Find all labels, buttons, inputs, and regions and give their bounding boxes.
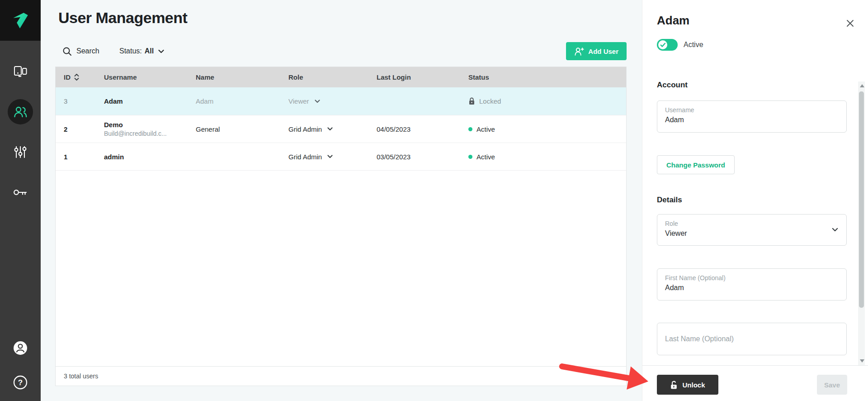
- chevron-down-icon: [832, 228, 838, 232]
- incredibuild-logo-icon: [10, 10, 31, 31]
- unlock-button[interactable]: Unlock: [657, 375, 718, 395]
- role-dropdown[interactable]: Grid Admin: [288, 153, 377, 161]
- scrollbar-thumb[interactable]: [859, 91, 864, 308]
- column-header-username[interactable]: Username: [104, 73, 196, 81]
- active-toggle-label: Active: [684, 41, 703, 49]
- last-name-field-placeholder: Last Name (Optional): [665, 335, 734, 343]
- username-field-value: Adam: [665, 116, 839, 124]
- cell-id: 2: [56, 125, 104, 133]
- column-header-name[interactable]: Name: [196, 73, 288, 81]
- account-avatar-icon: [13, 340, 28, 356]
- status-cell: Active: [468, 125, 626, 133]
- chevron-down-icon: [327, 127, 333, 131]
- role-value: Viewer: [288, 97, 309, 105]
- app-logo[interactable]: [0, 0, 41, 41]
- status-filter-value: All: [145, 47, 154, 55]
- license-key-icon: [13, 186, 28, 198]
- sidebar-item-license[interactable]: [0, 186, 41, 198]
- settings-sliders-icon: [13, 145, 28, 159]
- first-name-field-label: First Name (Optional): [665, 274, 839, 282]
- sidebar-item-users[interactable]: [0, 99, 41, 124]
- active-toggle[interactable]: [657, 39, 678, 51]
- panel-scrollbar[interactable]: [858, 81, 865, 365]
- sidebar-item-agents[interactable]: [0, 64, 41, 79]
- scrollbar-up-arrow-icon[interactable]: [860, 84, 864, 87]
- scrollbar-down-arrow-icon[interactable]: [860, 359, 864, 363]
- status-cell: Active: [468, 153, 626, 161]
- unlock-button-label: Unlock: [682, 381, 705, 389]
- help-icon: ?: [13, 375, 28, 390]
- sidebar-item-settings[interactable]: [0, 145, 41, 159]
- first-name-field[interactable]: First Name (Optional) Adam: [657, 268, 847, 301]
- column-header-last-login[interactable]: Last Login: [377, 73, 468, 81]
- role-value: Grid Admin: [288, 125, 322, 133]
- search-label: Search: [76, 47, 99, 55]
- add-user-label: Add User: [588, 48, 618, 55]
- users-table: ID Username Name Role Last Login Status …: [55, 67, 627, 386]
- account-section-heading: Account: [657, 81, 688, 90]
- cell-name: General: [196, 125, 288, 133]
- first-name-field-value: Adam: [665, 284, 839, 292]
- chevron-down-icon: [158, 49, 164, 53]
- status-filter[interactable]: Status: All: [119, 42, 164, 60]
- status-cell: Locked: [468, 97, 626, 105]
- details-section-heading: Details: [657, 196, 682, 205]
- active-toggle-row: Active: [657, 39, 703, 51]
- add-user-icon: [574, 47, 584, 56]
- username-field-label: Username: [665, 106, 839, 114]
- help-glyph: ?: [18, 378, 23, 387]
- search-icon: [62, 47, 72, 56]
- panel-title: Adam: [657, 14, 689, 28]
- active-status-dot: [468, 155, 472, 159]
- role-select-field[interactable]: Role Viewer: [657, 214, 847, 246]
- table-row[interactable]: 3 Adam Adam Viewer Locked: [56, 87, 626, 115]
- table-header-row: ID Username Name Role Last Login Status: [56, 67, 626, 87]
- save-button[interactable]: Save: [817, 375, 847, 395]
- role-field-value: Viewer: [665, 229, 839, 238]
- build-agents-icon: [13, 64, 28, 79]
- column-header-status[interactable]: Status: [468, 73, 626, 81]
- table-row[interactable]: 2 Demo Build@incredibuild.c... General G…: [56, 115, 626, 143]
- cell-last-login: 04/05/2023: [377, 125, 468, 133]
- username-field[interactable]: Username Adam: [657, 100, 847, 133]
- sidebar-item-account[interactable]: [0, 340, 41, 356]
- sidebar: ?: [0, 0, 41, 401]
- role-dropdown[interactable]: Viewer: [288, 97, 377, 105]
- page-title: User Management: [58, 9, 187, 27]
- panel-footer-divider: [642, 365, 868, 366]
- cell-username: Adam: [104, 97, 123, 105]
- status-filter-label: Status:: [119, 47, 142, 55]
- chevron-down-icon: [315, 100, 320, 103]
- active-item-highlight: [8, 99, 33, 124]
- role-value: Grid Admin: [288, 153, 322, 161]
- users-icon: [13, 105, 28, 119]
- column-header-id-label: ID: [64, 73, 71, 81]
- total-users-count: 3 total users: [64, 372, 98, 380]
- sort-icon[interactable]: [74, 73, 79, 81]
- sidebar-item-help[interactable]: ?: [0, 375, 41, 390]
- cell-id: 1: [56, 153, 104, 161]
- chevron-down-icon: [327, 155, 333, 158]
- add-user-button[interactable]: Add User: [566, 42, 627, 60]
- check-icon: [660, 43, 666, 48]
- cell-id: 3: [56, 97, 104, 105]
- table-row[interactable]: 1 admin Grid Admin 03/05/2023 Active: [56, 143, 626, 171]
- close-icon: [846, 19, 854, 27]
- role-dropdown[interactable]: Grid Admin: [288, 125, 377, 133]
- column-header-role[interactable]: Role: [288, 73, 377, 81]
- cell-email: Build@incredibuild.c...: [104, 130, 196, 137]
- table-footer: 3 total users: [56, 366, 626, 386]
- status-label: Active: [476, 125, 495, 133]
- cell-last-login: 03/05/2023: [377, 153, 468, 161]
- change-password-button[interactable]: Change Password: [657, 155, 735, 174]
- role-field-label: Role: [665, 220, 839, 227]
- last-name-field[interactable]: Last Name (Optional): [657, 323, 847, 355]
- toggle-knob: [658, 40, 667, 49]
- search-control[interactable]: Search: [62, 42, 99, 60]
- cell-username: Demo: [104, 121, 196, 129]
- toolbar: Search Status: All Add User: [55, 42, 627, 60]
- column-header-id[interactable]: ID: [56, 73, 104, 81]
- active-status-dot: [468, 127, 472, 131]
- status-label: Active: [476, 153, 495, 161]
- close-panel-button[interactable]: [845, 18, 855, 28]
